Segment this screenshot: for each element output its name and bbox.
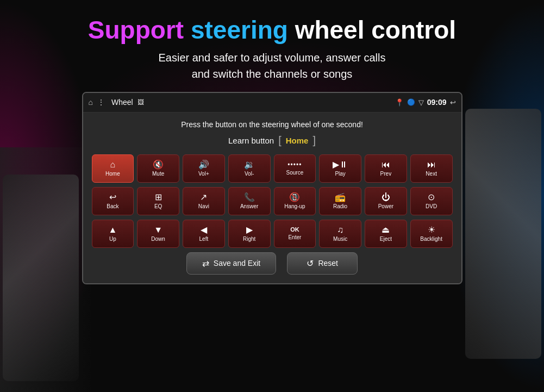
header-section: Support steering wheel control Easier an…: [0, 0, 544, 82]
btn-power[interactable]: ⏻ Power: [365, 187, 407, 215]
media-icon: 🖼: [137, 98, 144, 106]
vol-down-btn-label: Vol-: [245, 171, 254, 177]
power-btn-icon: ⏻: [382, 193, 390, 202]
status-time: 09:09: [427, 98, 447, 107]
mute-btn-icon: 🔇: [153, 160, 164, 169]
back-btn-icon: ↩: [109, 193, 116, 202]
dvd-btn-icon: ⊙: [428, 193, 435, 202]
vol-up-btn-icon: 🔊: [198, 160, 209, 169]
backlight-btn-label: Backlight: [420, 236, 442, 242]
music-btn-label: Music: [333, 236, 347, 242]
btn-vol-down[interactable]: 🔉 Vol-: [228, 154, 271, 183]
radio-btn-icon: 📻: [335, 193, 346, 202]
signal-icon: ▽: [418, 98, 424, 107]
btn-hangup[interactable]: 📵 Hang-up: [274, 187, 316, 215]
hangup-btn-label: Hang-up: [284, 203, 305, 209]
learn-row: Learn button [ Home ]: [92, 134, 453, 147]
prev-btn-icon: ⏮: [382, 160, 390, 169]
hangup-btn-icon: 📵: [289, 193, 300, 202]
enter-btn-icon: OK: [290, 227, 299, 233]
btn-eq[interactable]: ⊞ EQ: [137, 187, 179, 215]
btn-back[interactable]: ↩ Back: [92, 187, 134, 215]
btn-navi[interactable]: ↗ Navi: [183, 187, 225, 215]
home-btn-label: Home: [105, 171, 120, 177]
btn-prev[interactable]: ⏮ Prev: [365, 154, 407, 183]
prev-btn-label: Prev: [380, 171, 392, 177]
eject-btn-label: Eject: [380, 236, 392, 242]
dvd-btn-label: DVD: [426, 203, 437, 209]
button-grid-row3: ▲ Up ▼ Down ◀ Left ▶ Right OK Enter ♫ Mu…: [92, 220, 453, 248]
btn-dvd[interactable]: ⊙ DVD: [410, 187, 453, 215]
menu-icon[interactable]: ⋮: [97, 98, 105, 107]
learn-bracket-close: ]: [312, 134, 316, 147]
vol-down-btn-icon: 🔉: [244, 160, 255, 169]
btn-right[interactable]: ▶ Right: [228, 220, 271, 248]
save-exit-label: Save and Exit: [214, 259, 260, 267]
learn-label: Learn button: [228, 136, 274, 145]
title-control: control: [371, 16, 456, 44]
btn-up[interactable]: ▲ Up: [92, 220, 134, 248]
subtitle: Easier and safer to adjust volume, answe…: [0, 49, 544, 82]
status-bar-left: ⌂ ⋮ Wheel 🖼: [89, 98, 144, 107]
navi-btn-label: Navi: [198, 203, 209, 209]
title-steering: steering: [191, 16, 288, 44]
music-btn-icon: ♫: [337, 226, 343, 234]
eq-btn-icon: ⊞: [155, 193, 162, 202]
main-title: Support steering wheel control: [0, 16, 544, 44]
status-bar-right: 📍 🔵 ▽ 09:09 ↩: [395, 98, 456, 107]
btn-music[interactable]: ♫ Music: [319, 220, 361, 248]
radio-btn-label: Radio: [333, 203, 347, 209]
btn-play[interactable]: ▶⏸ Play: [319, 154, 361, 183]
down-btn-label: Down: [151, 236, 165, 242]
subtitle-line2: and switch the channels or songs: [192, 68, 353, 80]
learn-value: Home: [286, 136, 309, 145]
btn-next[interactable]: ⏭ Next: [410, 154, 453, 183]
btn-left[interactable]: ◀ Left: [183, 220, 225, 248]
btn-home[interactable]: ⌂ Home: [92, 154, 134, 183]
subtitle-line1: Easier and safer to adjust volume, answe…: [159, 52, 386, 64]
answer-btn-icon: 📞: [244, 193, 255, 202]
bluetooth-icon: 🔵: [407, 98, 415, 106]
back-icon[interactable]: ↩: [450, 98, 456, 107]
btn-source[interactable]: ••••• Source: [274, 154, 316, 183]
title-wheel: wheel: [295, 16, 365, 44]
play-btn-icon: ▶⏸: [333, 160, 348, 169]
down-btn-icon: ▼: [154, 226, 162, 234]
btn-mute[interactable]: 🔇 Mute: [137, 154, 179, 183]
screen-content: Press the button on the steering wheel o…: [83, 113, 461, 283]
source-btn-icon: •••••: [287, 161, 302, 168]
home-icon[interactable]: ⌂: [89, 98, 93, 107]
next-btn-icon: ⏭: [427, 160, 436, 169]
enter-btn-label: Enter: [288, 234, 301, 240]
reset-button[interactable]: ↺ Reset: [287, 252, 358, 275]
reset-label: Reset: [318, 259, 338, 267]
btn-down[interactable]: ▼ Down: [137, 220, 179, 248]
source-btn-label: Source: [286, 170, 304, 176]
btn-enter[interactable]: OK Enter: [274, 220, 316, 248]
btn-answer[interactable]: 📞 Answer: [228, 187, 271, 215]
eq-btn-label: EQ: [154, 203, 162, 209]
button-grid-row1: ⌂ Home 🔇 Mute 🔊 Vol+ 🔉 Vol- ••••• Source…: [92, 154, 453, 183]
btn-backlight[interactable]: ☀ Backlight: [410, 220, 453, 248]
btn-eject[interactable]: ⏏ Eject: [365, 220, 407, 248]
learn-bracket-open: [: [278, 134, 282, 147]
btn-radio[interactable]: 📻 Radio: [319, 187, 361, 215]
location-icon: 📍: [395, 98, 404, 107]
action-row: ⇄ Save and Exit ↺ Reset: [92, 252, 453, 275]
back-btn-label: Back: [107, 203, 118, 209]
right-btn-label: Right: [243, 236, 255, 242]
answer-btn-label: Answer: [240, 203, 258, 209]
press-instruction: Press the button on the steering wheel o…: [92, 120, 453, 129]
eject-btn-icon: ⏏: [382, 226, 390, 234]
backlight-btn-icon: ☀: [428, 226, 435, 234]
save-exit-button[interactable]: ⇄ Save and Exit: [186, 252, 276, 275]
next-btn-label: Next: [426, 171, 437, 177]
status-title: Wheel: [111, 98, 133, 107]
btn-vol-up[interactable]: 🔊 Vol+: [183, 154, 225, 183]
title-support: Support: [88, 16, 184, 44]
up-btn-label: Up: [109, 236, 116, 242]
device-screen: ⌂ ⋮ Wheel 🖼 📍 🔵 ▽ 09:09 ↩ Press the butt…: [82, 92, 462, 284]
save-exit-icon: ⇄: [202, 258, 209, 269]
up-btn-icon: ▲: [108, 226, 117, 234]
play-btn-label: Play: [335, 171, 345, 177]
